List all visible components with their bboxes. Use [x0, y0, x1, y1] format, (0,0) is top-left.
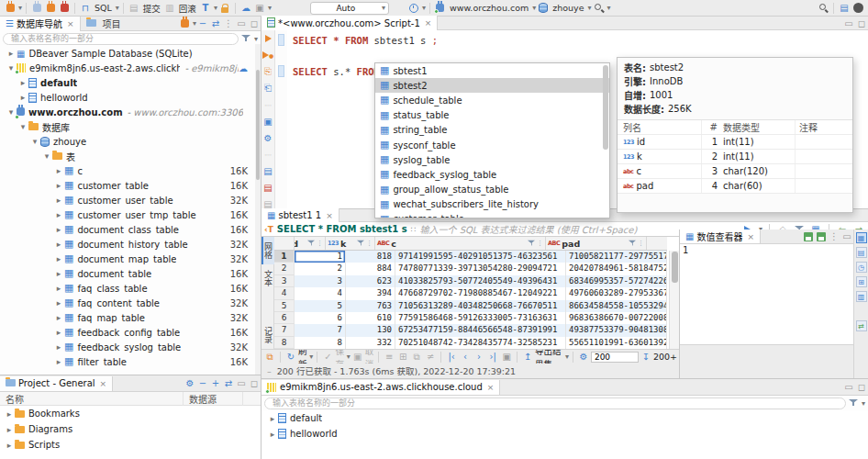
grid-row[interactable]: 4 4 394 47668729702-71980885467-12049221… [274, 287, 667, 299]
references-panel-icon[interactable]: ▥ [856, 291, 867, 302]
cell-k[interactable]: 818 [346, 251, 395, 263]
column-filter-sort-icons[interactable]: ⋮ [527, 239, 543, 248]
perspective-icon[interactable]: ▤ [838, 2, 851, 15]
project-item[interactable]: ▸ Scripts [0, 437, 261, 453]
refresh-dropdown[interactable]: ▾ [309, 353, 313, 361]
minimize-icon[interactable]: ▭ [840, 230, 853, 243]
chevron-right-icon[interactable]: ▸ [53, 181, 64, 190]
cell-k[interactable]: 332 [346, 337, 395, 349]
database-dropdown[interactable]: ▾ [588, 4, 592, 12]
export-label[interactable]: 导出结果集... [535, 349, 563, 364]
next-page-icon[interactable]: › [473, 351, 485, 364]
chevron-right-icon[interactable]: ▸ [53, 240, 64, 249]
column-header-datasource[interactable]: 数据源 [184, 392, 243, 406]
active-database-selector[interactable]: zhouye [552, 3, 584, 13]
cancel-label[interactable]: 取消 [365, 349, 374, 364]
new-sql-editor-icon[interactable]: ⊓ [79, 2, 92, 15]
close-icon[interactable]: × [425, 18, 432, 28]
cell-k[interactable]: 394 [346, 287, 395, 299]
last-page-icon[interactable]: ›| [486, 351, 499, 364]
cell-c[interactable]: 71056313289-40348250668-76670511 [395, 300, 566, 312]
grid-row[interactable]: 2 2 884 74780771339-39713054280-29094721… [274, 263, 667, 274]
column-filter-sort-icons[interactable]: ⋮ [628, 239, 644, 248]
save-dropdown[interactable]: ▾ [347, 353, 351, 361]
tree-item-clickhouse-connection[interactable]: ▾ e9mikm8jn6.us-east-2.aws.clickhouse.cl… [0, 61, 261, 75]
print-icon[interactable]: ▣ [253, 2, 266, 15]
sql-editor-dropdown[interactable]: ▾ [116, 4, 119, 12]
export-dropdown[interactable]: ▾ [565, 353, 569, 361]
row-number-cell[interactable]: 1 [274, 251, 295, 263]
row-number-cell[interactable]: 5 [274, 300, 295, 312]
commit-label[interactable]: 提交 [143, 2, 161, 15]
results-view-tab[interactable]: 网格 [262, 237, 274, 264]
transaction-dropdown[interactable]: ▾ [214, 4, 217, 12]
panel-menu-icon[interactable]: ⋮ [828, 230, 840, 243]
tree-item-table[interactable]: ▸ ▦ c 16K [0, 163, 261, 178]
chevron-right-icon[interactable]: ▸ [4, 441, 15, 450]
cell-id[interactable]: 1 [295, 251, 346, 263]
close-icon[interactable]: × [326, 211, 333, 220]
tree-item-schema-default[interactable]: ▸ default [0, 75, 261, 90]
rollback-icon[interactable]: ▥ [163, 2, 176, 15]
tree-item-table[interactable]: ▸ ▦ customer_user_table 32K [0, 193, 261, 207]
chevron-right-icon[interactable]: ▸ [4, 425, 15, 434]
cell-k[interactable]: 610 [346, 312, 395, 324]
grid-row[interactable]: 3 3 623 41033825793-50772405549-49396431… [274, 275, 667, 287]
save-icon[interactable]: ✓ [321, 351, 334, 364]
autocomplete-item[interactable]: ▦ sysconf_table [375, 138, 609, 152]
grid-column-header[interactable]: ABC pad ⋮ [546, 237, 647, 250]
chevron-right-icon[interactable]: ▸ [53, 298, 64, 308]
chevron-down-icon[interactable]: ▾ [41, 151, 52, 161]
cell-c[interactable]: 97141991595-40291051375-46323561 [395, 251, 566, 263]
execute-statement-icon[interactable] [262, 32, 274, 45]
refresh-icon[interactable]: ↻ [284, 351, 297, 364]
autocomplete-item[interactable]: ▦ string_table [375, 123, 609, 138]
chevron-right-icon[interactable]: ▸ [53, 166, 64, 175]
grid-row[interactable]: 6 6 610 77591586468-59126333005-73163631… [274, 312, 667, 324]
grid-row[interactable]: 5 5 763 71056313289-40348250668-76670511… [274, 300, 667, 312]
chevron-right-icon[interactable]: ▸ [6, 49, 17, 58]
quick-search-icon[interactable] [593, 2, 606, 15]
delete-script-icon[interactable]: ▤ [262, 181, 274, 194]
data-grid[interactable]: 123 id ⋮ 123 k ⋮ ABC c ⋮ ABC [274, 237, 667, 349]
close-icon[interactable]: × [100, 379, 107, 388]
tree-item-table[interactable]: ▸ ▦ faq_map_table 32K [0, 310, 261, 325]
project-item[interactable]: ▸ Bookmarks [0, 406, 261, 421]
tab-clickhouse-connection[interactable]: e9mikm8jn6.us-east-2.aws.clickhouse.clou… [262, 380, 500, 395]
autocomplete-item[interactable]: ▦ status_table [375, 108, 609, 123]
maximize-icon[interactable]: ◻ [855, 381, 868, 394]
chevron-right-icon[interactable]: ▸ [53, 357, 64, 366]
cell-k[interactable]: 623 [346, 275, 395, 287]
cell-c[interactable]: 47668729702-71980885467-12049221 [395, 287, 566, 299]
editor-settings-gear-icon[interactable]: ⚙ [262, 131, 274, 144]
row-number-cell[interactable]: 3 [274, 275, 295, 287]
expand-icon[interactable]: + [209, 377, 222, 390]
chevron-right-icon[interactable]: ▸ [53, 196, 64, 205]
cell-id[interactable]: 6 [295, 312, 346, 324]
cell-pad[interactable]: 49760603289-27953367040-99962741 [566, 287, 667, 299]
cell-id[interactable]: 2 [295, 263, 346, 274]
save-label[interactable]: 保存 [335, 349, 344, 364]
rollback-label[interactable]: 回滚 [179, 2, 196, 15]
cell-id[interactable]: 8 [295, 337, 346, 349]
chevron-right-icon[interactable]: ▸ [53, 210, 64, 219]
tree-item-table[interactable]: ▸ ▦ customer_user_tmp_table 16K [0, 207, 261, 222]
custom-filter-icon[interactable]: ‹T [264, 225, 273, 234]
value-viewer-content[interactable]: 1 [680, 244, 853, 345]
cell-c[interactable]: 41033825793-50772405549-49396431 [395, 275, 566, 287]
navigator-filter-input[interactable] [3, 33, 239, 45]
chevron-right-icon[interactable]: ▸ [53, 284, 64, 293]
tree-item-mysql-connection[interactable]: ▾ www.orczhou.com - www.orczhou.com:3306 [0, 105, 261, 119]
cloud-icon[interactable]: ☁ [239, 2, 252, 15]
chevron-right-icon[interactable]: ▸ [53, 225, 64, 234]
tree-item-table[interactable]: ▸ ▦ faq_class_table 16K [0, 281, 261, 296]
filter-funnel-icon[interactable] [241, 34, 250, 43]
user-avatar[interactable] [851, 2, 864, 15]
row-number-cell[interactable]: 2 [274, 263, 295, 274]
grouping-panel-icon[interactable]: ⊞ [856, 276, 867, 287]
connection-dropdown[interactable]: ▾ [532, 4, 536, 12]
code-line-1[interactable]: SELECT * FROM sbtest1 s ; [293, 33, 438, 49]
maximize-icon[interactable]: ◻ [855, 17, 868, 29]
tab-project-general[interactable]: Project - General × [0, 376, 113, 391]
search-dropdown[interactable]: ▾ [607, 4, 611, 12]
